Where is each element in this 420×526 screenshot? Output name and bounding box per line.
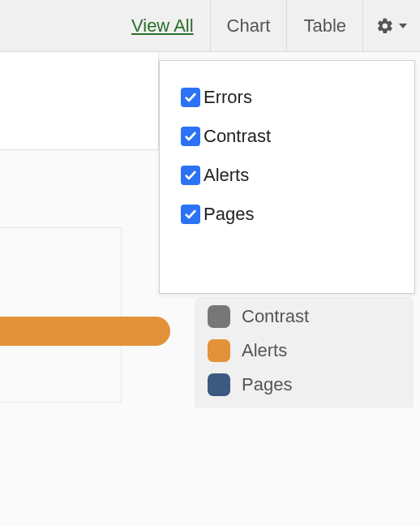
tab-chart-label: Chart [227, 15, 271, 37]
legend-item-pages[interactable]: Pages [208, 373, 401, 396]
gear-icon [376, 17, 394, 35]
legend-item-contrast[interactable]: Contrast [208, 305, 401, 328]
settings-dropdown-menu: Errors Contrast Alerts Pages [159, 60, 415, 294]
legend-label: Alerts [242, 340, 287, 361]
dropdown-item-contrast[interactable]: Contrast [181, 126, 393, 147]
chart-area [0, 227, 122, 403]
tab-chart[interactable]: Chart [210, 0, 287, 51]
chart-bar-alerts [0, 317, 170, 346]
legend-item-alerts[interactable]: Alerts [208, 339, 401, 362]
side-panel [0, 53, 159, 150]
dropdown-item-alerts[interactable]: Alerts [181, 165, 393, 186]
checkbox-checked-icon[interactable] [181, 88, 200, 107]
tab-table[interactable]: Table [286, 0, 362, 51]
settings-dropdown-button[interactable] [362, 0, 420, 51]
view-all-label: View All [131, 15, 194, 37]
dropdown-label: Contrast [204, 126, 271, 147]
checkbox-checked-icon[interactable] [181, 127, 200, 146]
dropdown-label: Pages [204, 204, 254, 225]
view-all-link[interactable]: View All [0, 0, 210, 51]
dropdown-item-pages[interactable]: Pages [181, 204, 393, 225]
legend-label: Pages [242, 374, 292, 395]
caret-down-icon [399, 24, 407, 28]
checkbox-checked-icon[interactable] [181, 166, 200, 185]
legend-swatch [208, 373, 230, 396]
chart-legend: Contrast Alerts Pages [195, 297, 414, 407]
dropdown-label: Errors [204, 87, 252, 108]
dropdown-label: Alerts [204, 165, 249, 186]
tab-table-label: Table [303, 15, 346, 37]
toolbar: View All Chart Table [0, 0, 420, 52]
dropdown-item-errors[interactable]: Errors [181, 87, 393, 108]
legend-label: Contrast [242, 306, 309, 327]
legend-swatch [208, 339, 230, 362]
checkbox-checked-icon[interactable] [181, 205, 200, 224]
legend-swatch [208, 305, 230, 328]
